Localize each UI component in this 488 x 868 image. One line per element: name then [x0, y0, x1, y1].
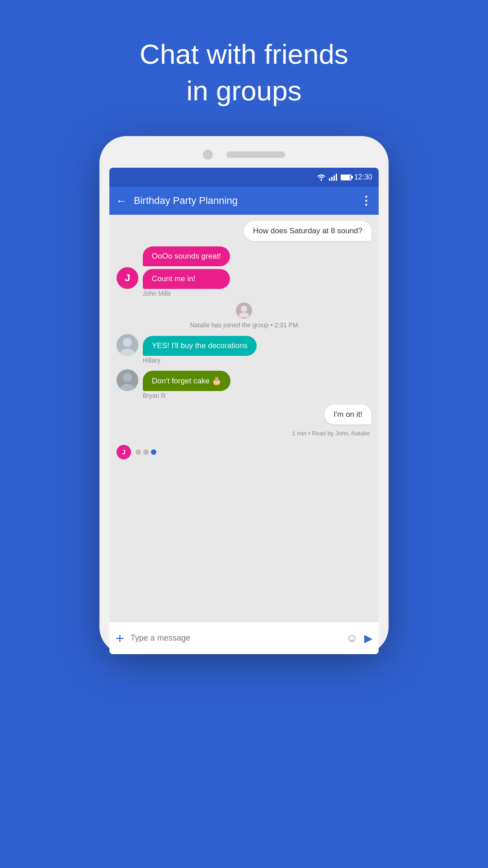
message-hillary: YES! I'll buy the decorations Hillary: [117, 334, 371, 364]
sender-john: John Mills: [143, 290, 371, 297]
chat-area: How does Saturday at 8 sound? J OoOo sou…: [109, 215, 379, 622]
bubble: How does Saturday at 8 sound?: [244, 221, 371, 241]
add-button[interactable]: +: [116, 631, 124, 646]
svg-rect-2: [333, 175, 335, 181]
svg-point-4: [241, 306, 247, 312]
bubbles-john: OoOo sounds great! Count me in!: [143, 246, 230, 289]
svg-point-5: [239, 312, 249, 317]
message-outgoing-2: I'm on it!: [117, 405, 371, 425]
bubble-bryan: Don't forget cake 🎂: [143, 371, 230, 391]
bubble-john-2: Count me in!: [143, 269, 230, 289]
message-bryan: Don't forget cake 🎂 Bryan R: [117, 369, 371, 399]
dot-1: [136, 449, 141, 455]
bubble-hillary: YES! I'll buy the decorations: [143, 336, 257, 356]
typing-avatar: J: [117, 445, 131, 459]
battery-icon: [341, 175, 352, 180]
status-bar: 12:30: [109, 168, 379, 187]
typing-indicator: J: [117, 442, 371, 462]
avatar-bryan: [117, 369, 138, 391]
bubble-imonit: I'm on it!: [324, 405, 371, 425]
sender-bryan: Bryan R: [143, 392, 371, 399]
dot-3: [151, 449, 156, 455]
avatar-natalie-system: [236, 302, 252, 319]
conversation-title: Birthday Party Planning: [134, 195, 354, 207]
typing-dots: [136, 449, 156, 455]
dot-2: [143, 449, 149, 455]
message-group-john: J OoOo sounds great! Count me in! John M…: [117, 246, 371, 297]
bubble-john-1: OoOo sounds great!: [143, 246, 230, 266]
send-button[interactable]: ▶: [364, 632, 372, 645]
phone-bezel: [109, 150, 379, 160]
system-message-natalie: Natalie has joined the group • 2:31 PM: [117, 302, 371, 329]
svg-rect-1: [331, 177, 333, 181]
avatar-john: J: [117, 267, 138, 289]
signal-icon: [329, 174, 337, 181]
camera-dot: [203, 150, 213, 160]
message-outgoing-1: How does Saturday at 8 sound?: [117, 221, 371, 241]
svg-point-10: [123, 373, 132, 382]
svg-rect-3: [336, 174, 337, 181]
wifi-icon: [316, 174, 326, 181]
status-icons: 12:30: [316, 173, 372, 181]
sender-hillary: Hillary: [143, 357, 371, 364]
page-title: Chat with friends in groups: [140, 36, 348, 109]
phone-mockup: 12:30 ← Birthday Party Planning ⋮ How do…: [99, 136, 389, 654]
emoji-button[interactable]: ☺: [346, 631, 358, 645]
message-status: 1 min • Read by John, Natalie: [117, 430, 371, 437]
input-bar: + ☺ ▶: [109, 622, 379, 654]
back-button[interactable]: ←: [116, 194, 127, 208]
phone-screen: 12:30 ← Birthday Party Planning ⋮ How do…: [109, 168, 379, 654]
more-options-button[interactable]: ⋮: [360, 194, 372, 208]
app-bar: ← Birthday Party Planning ⋮: [109, 187, 379, 215]
status-time: 12:30: [354, 173, 372, 181]
speaker-slot: [226, 151, 285, 158]
message-input[interactable]: [131, 633, 340, 643]
avatar-hillary: [117, 334, 138, 356]
system-text: Natalie has joined the group • 2:31 PM: [190, 321, 298, 329]
svg-point-7: [123, 338, 132, 347]
svg-rect-0: [329, 178, 330, 181]
